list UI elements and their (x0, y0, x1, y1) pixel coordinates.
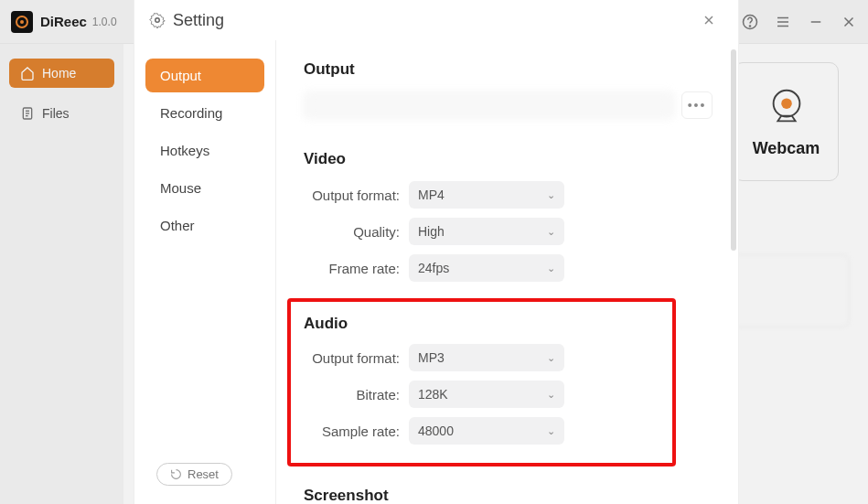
modal-close-button[interactable] (694, 9, 723, 31)
scrollbar[interactable] (731, 49, 736, 251)
video-quality-select[interactable]: High ⌄ (409, 218, 564, 245)
select-value: MP3 (418, 350, 445, 365)
audio-samplerate-select[interactable]: 48000 ⌄ (409, 417, 564, 445)
audio-bitrate-label: Bitrate: (304, 387, 409, 402)
video-framerate-label: Frame rate: (304, 261, 409, 276)
audio-section-highlighted: Audio Output format: MP3 ⌄ Bitrate: 128K… (287, 298, 676, 466)
output-section-title: Output (304, 60, 713, 79)
settings-nav: Output Recording Hotkeys Mouse Other Res… (134, 40, 276, 504)
gear-icon (149, 12, 166, 28)
settings-content: Output ••• Video Output format: MP4 ⌄ Qu… (276, 40, 738, 504)
modal-header: Setting (134, 0, 738, 40)
nav-output[interactable]: Output (145, 59, 264, 92)
audio-section-title: Audio (304, 315, 659, 333)
nav-other[interactable]: Other (145, 209, 264, 242)
audio-format-select[interactable]: MP3 ⌄ (409, 344, 564, 371)
select-value: 128K (418, 387, 448, 402)
chevron-down-icon: ⌄ (547, 352, 555, 364)
select-value: 48000 (418, 424, 454, 438)
video-section-title: Video (304, 150, 713, 168)
modal-title: Setting (173, 11, 687, 30)
audio-format-label: Output format: (304, 350, 409, 366)
nav-hotkeys[interactable]: Hotkeys (145, 134, 264, 167)
audio-bitrate-select[interactable]: 128K ⌄ (409, 381, 564, 408)
screenshot-section-title: Screenshot (304, 487, 713, 504)
reset-label: Reset (188, 467, 219, 481)
select-value: High (418, 224, 445, 239)
audio-samplerate-label: Sample rate: (304, 424, 409, 439)
video-quality-label: Quality: (304, 224, 409, 240)
select-value: 24fps (418, 261, 449, 275)
nav-recording[interactable]: Recording (145, 96, 264, 130)
chevron-down-icon: ⌄ (547, 189, 555, 201)
chevron-down-icon: ⌄ (547, 263, 555, 274)
output-path-field[interactable] (304, 91, 674, 119)
chevron-down-icon: ⌄ (547, 226, 555, 238)
chevron-down-icon: ⌄ (547, 425, 555, 437)
video-framerate-select[interactable]: 24fps ⌄ (409, 254, 564, 282)
chevron-down-icon: ⌄ (547, 389, 555, 401)
browse-button[interactable]: ••• (681, 91, 713, 119)
settings-modal: Setting Output Recording Hotkeys Mouse O… (134, 0, 738, 504)
reset-button[interactable]: Reset (156, 463, 232, 486)
video-format-label: Output format: (304, 188, 409, 203)
nav-mouse[interactable]: Mouse (145, 171, 264, 205)
svg-point-16 (155, 18, 160, 23)
reset-icon (170, 468, 182, 480)
select-value: MP4 (418, 188, 445, 202)
video-format-select[interactable]: MP4 ⌄ (409, 181, 564, 209)
